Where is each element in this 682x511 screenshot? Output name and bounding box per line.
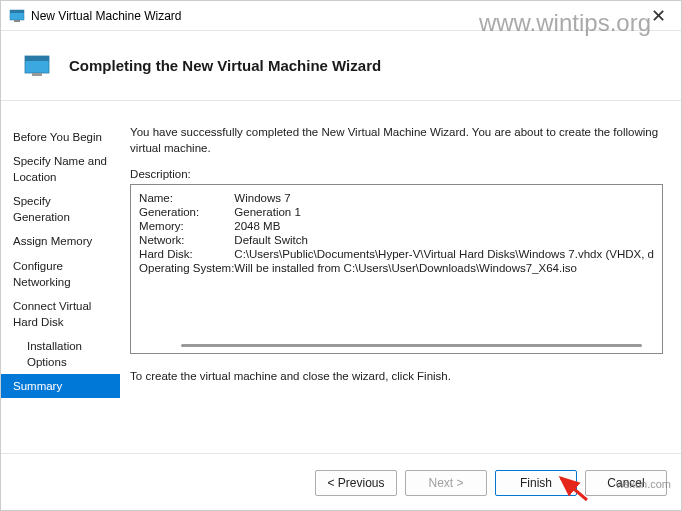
field-value: Generation 1	[234, 205, 654, 219]
field-label: Generation:	[139, 205, 234, 219]
step-assign-memory[interactable]: Assign Memory	[1, 229, 120, 253]
next-button: Next >	[405, 470, 487, 496]
field-value: 2048 MB	[234, 219, 654, 233]
field-label: Name:	[139, 191, 234, 205]
field-label: Memory:	[139, 219, 234, 233]
field-label: Hard Disk:	[139, 247, 234, 261]
field-label: Operating System:	[139, 261, 234, 275]
field-value: Default Switch	[234, 233, 654, 247]
titlebar: New Virtual Machine Wizard ✕	[1, 1, 681, 31]
step-summary[interactable]: Summary	[1, 374, 120, 398]
button-bar: < Previous Next > Finish Cancel	[1, 453, 681, 511]
close-icon[interactable]: ✕	[643, 5, 673, 27]
field-value: C:\Users\Public\Documents\Hyper-V\Virtua…	[234, 247, 654, 261]
wizard-steps-sidebar: Before You Begin Specify Name and Locati…	[1, 101, 120, 453]
table-row: Network: Default Switch	[139, 233, 654, 247]
description-label: Description:	[130, 168, 663, 180]
cancel-button[interactable]: Cancel	[585, 470, 667, 496]
footer-instruction: To create the virtual machine and close …	[130, 370, 663, 382]
step-specify-name[interactable]: Specify Name and Location	[1, 149, 120, 189]
table-row: Memory: 2048 MB	[139, 219, 654, 233]
main-panel: You have successfully completed the New …	[120, 101, 681, 453]
wizard-header: Completing the New Virtual Machine Wizar…	[1, 31, 681, 101]
table-row: Generation: Generation 1	[139, 205, 654, 219]
app-icon	[9, 8, 25, 24]
table-row: Operating System: Will be installed from…	[139, 261, 654, 275]
description-table: Name: Windows 7 Generation: Generation 1…	[139, 191, 654, 275]
table-row: Name: Windows 7	[139, 191, 654, 205]
step-connect-vhd[interactable]: Connect Virtual Hard Disk	[1, 294, 120, 334]
svg-rect-5	[32, 73, 42, 76]
step-specify-generation[interactable]: Specify Generation	[1, 189, 120, 229]
horizontal-scrollbar[interactable]	[181, 344, 642, 347]
wizard-icon	[23, 52, 51, 80]
field-value: Will be installed from C:\Users\User\Dow…	[234, 261, 654, 275]
svg-rect-4	[25, 56, 49, 61]
table-row: Hard Disk: C:\Users\Public\Documents\Hyp…	[139, 247, 654, 261]
svg-rect-2	[14, 20, 20, 22]
finish-button[interactable]: Finish	[495, 470, 577, 496]
step-installation-options[interactable]: Installation Options	[1, 334, 120, 374]
field-value: Windows 7	[234, 191, 654, 205]
svg-rect-1	[10, 10, 24, 13]
page-heading: Completing the New Virtual Machine Wizar…	[69, 57, 381, 74]
step-configure-networking[interactable]: Configure Networking	[1, 254, 120, 294]
content-area: Before You Begin Specify Name and Locati…	[1, 101, 681, 453]
intro-text: You have successfully completed the New …	[130, 125, 663, 156]
step-before-you-begin[interactable]: Before You Begin	[1, 125, 120, 149]
window-title: New Virtual Machine Wizard	[31, 9, 643, 23]
field-label: Network:	[139, 233, 234, 247]
previous-button[interactable]: < Previous	[315, 470, 397, 496]
description-box: Name: Windows 7 Generation: Generation 1…	[130, 184, 663, 354]
